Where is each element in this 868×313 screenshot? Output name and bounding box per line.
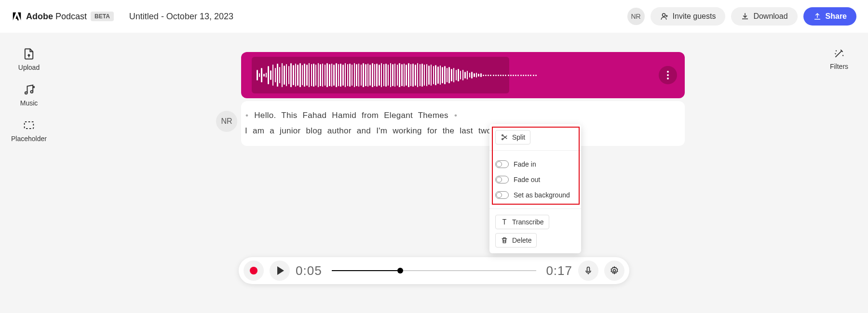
beta-badge: BETA: [91, 12, 114, 21]
progress-bar[interactable]: [332, 270, 537, 271]
logo-group: Adobe Podcast BETA: [12, 11, 114, 22]
header-left: Adobe Podcast BETA Untitled - October 13…: [12, 11, 233, 22]
upload-button[interactable]: Upload: [18, 47, 40, 71]
header-right: NR Invite guests Download Share: [627, 7, 856, 26]
track-context-menu: Split Fade in Fade out Set as background…: [489, 124, 581, 253]
trash-icon: [501, 236, 508, 244]
svg-point-4: [502, 135, 503, 136]
app-header: Adobe Podcast BETA Untitled - October 13…: [0, 0, 868, 33]
fade-in-toggle[interactable]: [495, 160, 509, 168]
invite-guests-button[interactable]: Invite guests: [651, 7, 726, 26]
delete-button[interactable]: Delete: [495, 233, 537, 248]
fade-in-toggle-row: Fade in: [495, 156, 575, 172]
brand-text: Adobe Podcast: [26, 12, 87, 22]
set-background-toggle-row: Set as background: [495, 187, 575, 203]
download-button[interactable]: Download: [731, 7, 797, 26]
time-current: 0:05: [296, 263, 322, 278]
filters-button[interactable]: Filters: [830, 47, 848, 70]
svg-rect-6: [587, 267, 590, 272]
adobe-logo-icon: [12, 11, 22, 22]
svg-point-5: [502, 139, 503, 140]
mic-icon: [583, 266, 593, 275]
sidebar-right: Filters: [810, 33, 868, 313]
gear-icon: [610, 266, 619, 275]
speaker-avatar[interactable]: NR: [216, 111, 237, 132]
waveform: [257, 61, 537, 90]
svg-point-1: [25, 92, 27, 94]
settings-button[interactable]: [604, 261, 624, 281]
progress-thumb[interactable]: [397, 268, 403, 274]
main-area: Upload Music Placeholder NR • Hello. Thi…: [0, 33, 868, 313]
sidebar-left: Upload Music Placeholder: [0, 33, 58, 313]
svg-rect-3: [25, 122, 34, 129]
person-add-icon: [660, 12, 669, 21]
user-avatar[interactable]: NR: [627, 8, 645, 25]
split-icon: [501, 133, 508, 141]
set-background-toggle[interactable]: [495, 191, 509, 199]
transcribe-button[interactable]: Transcribe: [495, 215, 549, 229]
magic-wand-icon: [833, 47, 845, 60]
transcript-block: NR • Hello. This Fahad Hamid from Elegan…: [241, 101, 685, 146]
record-icon: [250, 267, 258, 274]
fade-out-toggle[interactable]: [495, 176, 509, 183]
split-button[interactable]: Split: [495, 130, 530, 144]
svg-point-0: [662, 13, 665, 16]
download-icon: [741, 12, 749, 21]
upload-file-icon: [22, 47, 36, 61]
share-button[interactable]: Share: [803, 7, 856, 26]
placeholder-icon: [22, 118, 36, 132]
svg-point-2: [31, 91, 33, 93]
share-icon: [813, 12, 822, 21]
placeholder-button[interactable]: Placeholder: [11, 118, 47, 143]
text-icon: [501, 218, 508, 226]
record-button[interactable]: [244, 261, 264, 281]
mic-button[interactable]: [578, 261, 598, 281]
track-menu-button[interactable]: [659, 66, 677, 84]
more-vertical-icon: [667, 71, 669, 79]
music-icon: [22, 83, 36, 96]
time-total: 0:17: [546, 263, 572, 278]
document-title[interactable]: Untitled - October 13, 2023: [129, 12, 233, 22]
svg-point-7: [613, 270, 616, 272]
music-button[interactable]: Music: [20, 83, 38, 107]
progress-fill: [332, 270, 397, 271]
player-bar: 0:05 0:17: [239, 257, 629, 284]
play-button[interactable]: [270, 261, 290, 281]
play-icon: [277, 266, 284, 275]
fade-out-toggle-row: Fade out: [495, 172, 575, 187]
audio-track[interactable]: [241, 52, 685, 98]
